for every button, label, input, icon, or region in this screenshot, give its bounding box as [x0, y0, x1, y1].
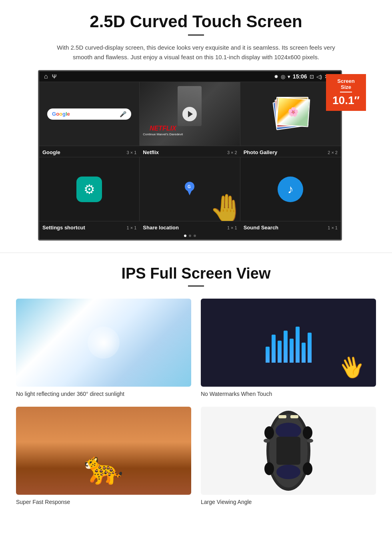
features-grid: No light reflecting under 360° direct su…	[16, 299, 376, 505]
bluetooth-icon: ✸	[274, 74, 278, 80]
feature-img-amplifier: 🖐	[201, 299, 376, 387]
section2-title-underline	[188, 285, 204, 287]
section2-title: IPS Full Screen View	[16, 265, 376, 282]
volume-icon: ◁)	[316, 74, 322, 80]
status-time: 15:06	[293, 73, 307, 80]
netflix-subtitle: Continue Marvel's Daredevil	[143, 132, 183, 136]
feature-cheetah: 🐆 Super Fast Response	[16, 407, 191, 505]
share-app-cell[interactable]: G 🤚	[140, 157, 240, 221]
amplifier-visual: 🖐	[201, 299, 376, 387]
netflix-logo: NETFLIX Continue Marvel's Daredevil	[143, 125, 183, 136]
netflix-play-button[interactable]	[182, 107, 197, 121]
svg-point-13	[303, 462, 312, 475]
netflix-app-cell[interactable]: NETFLIX Continue Marvel's Daredevil	[140, 82, 240, 146]
car-visual	[201, 407, 376, 495]
amp-bar-3	[278, 341, 282, 363]
svg-rect-6	[276, 437, 300, 465]
sound-label: Sound Search 1 × 1	[240, 223, 341, 232]
amp-bar-1	[266, 347, 270, 363]
app-labels-row2: Settings shortcut 1 × 1 Share location 1…	[39, 221, 341, 232]
google-app-cell[interactable]: Google 🎤	[39, 82, 140, 146]
google-app-name: Google	[42, 149, 60, 155]
amplifier-caption: No Watermarks When Touch	[201, 391, 376, 397]
netflix-label: Netflix 3 × 2	[140, 148, 240, 157]
device-screen: ⌂ Ψ ✸ ◎ ▾ 15:06 ⊡ ◁) ✕ ▭	[38, 70, 342, 241]
usb-icon: Ψ	[52, 73, 57, 80]
svg-point-12	[264, 462, 274, 475]
badge-size: 10.1″	[332, 94, 360, 106]
section1-description: With 2.5D curved-display screen, this de…	[56, 43, 336, 62]
share-app-size: 1 × 1	[227, 225, 237, 230]
svg-rect-15	[290, 415, 298, 418]
settings-app-cell[interactable]: ⚙	[39, 157, 140, 221]
share-app-name: Share location	[143, 225, 179, 231]
amp-bars	[266, 323, 312, 363]
amp-bar-8	[308, 333, 312, 363]
app-labels-row1: Google 3 × 1 Netflix 3 × 2 Photo Gallery…	[39, 146, 341, 157]
svg-point-8	[264, 439, 270, 443]
section1-title: 2.5D Curved Touch Screen	[24, 12, 368, 31]
sound-icon: ♪	[278, 177, 303, 202]
photo-stack: 🌸	[272, 96, 308, 132]
google-label: Google 3 × 1	[39, 148, 140, 157]
dot-3[interactable]	[194, 235, 196, 237]
badge-line	[340, 92, 352, 92]
dots-navigation	[39, 232, 341, 239]
amp-bar-4	[284, 331, 288, 363]
settings-app-size: 1 × 1	[127, 225, 137, 230]
google-logo: Google	[52, 111, 70, 117]
netflix-app-name: Netflix	[143, 149, 159, 155]
apps-bottom-row: ⚙ G 🤚	[39, 157, 341, 221]
car-caption: Large Viewing Angle	[201, 499, 376, 505]
wifi-icon: ▾	[288, 74, 290, 80]
netflix-logo-text: NETFLIX	[150, 125, 176, 132]
feature-sunlight: No light reflecting under 360° direct su…	[16, 299, 191, 397]
cheetah-caption: Super Fast Response	[16, 499, 191, 505]
maps-icon: G	[180, 179, 200, 199]
section1-title-underline	[188, 34, 204, 36]
cheetah-icon: 🐆	[84, 449, 124, 487]
svg-text:G: G	[188, 185, 191, 189]
location-icon: ◎	[281, 74, 285, 80]
badge-label: Screen Size	[332, 78, 360, 90]
mic-icon[interactable]: 🎤	[120, 111, 126, 117]
feature-car: Large Viewing Angle	[201, 407, 376, 505]
amp-bar-5	[290, 339, 294, 363]
svg-point-11	[303, 426, 312, 439]
status-bar: ⌂ Ψ ✸ ◎ ▾ 15:06 ⊡ ◁) ✕ ▭	[39, 71, 341, 82]
svg-point-10	[264, 426, 274, 439]
sound-app-cell[interactable]: ♪	[240, 157, 341, 221]
settings-app-name: Settings shortcut	[42, 225, 85, 231]
car-svg	[256, 407, 320, 495]
section1: 2.5D Curved Touch Screen With 2.5D curve…	[0, 0, 392, 241]
svg-rect-14	[278, 415, 286, 418]
svg-point-9	[307, 439, 313, 443]
dot-2[interactable]	[189, 235, 191, 237]
photo-card-4: 🌸	[276, 97, 310, 127]
amp-bar-7	[302, 343, 306, 363]
dot-1[interactable]	[184, 235, 186, 237]
sunlight-visual	[16, 299, 191, 387]
feature-img-sunlight	[16, 299, 191, 387]
svg-point-7	[276, 465, 300, 479]
section2: IPS Full Screen View No light reflecting…	[0, 265, 392, 527]
netflix-app-size: 3 × 2	[227, 150, 237, 155]
gallery-app-size: 2 × 2	[328, 150, 338, 155]
gallery-label: Photo Gallery 2 × 2	[240, 148, 341, 157]
feature-img-cheetah: 🐆	[16, 407, 191, 495]
google-app-size: 3 × 1	[127, 150, 137, 155]
home-icon: ⌂	[44, 73, 48, 80]
amp-bar-6	[296, 327, 300, 363]
amp-bar-2	[272, 335, 276, 363]
hand-icon: 🤚	[209, 192, 240, 221]
settings-icon: ⚙	[76, 177, 102, 202]
cheetah-visual: 🐆	[16, 407, 191, 495]
netflix-background: NETFLIX Continue Marvel's Daredevil	[140, 82, 240, 146]
svg-point-5	[276, 423, 301, 439]
svg-marker-1	[186, 188, 193, 195]
sunlight-glow	[88, 327, 120, 359]
google-search-bar[interactable]: Google 🎤	[47, 108, 131, 120]
sound-app-name: Sound Search	[244, 225, 278, 231]
camera-icon: ⊡	[310, 74, 314, 80]
sunlight-caption: No light reflecting under 360° direct su…	[16, 391, 191, 397]
